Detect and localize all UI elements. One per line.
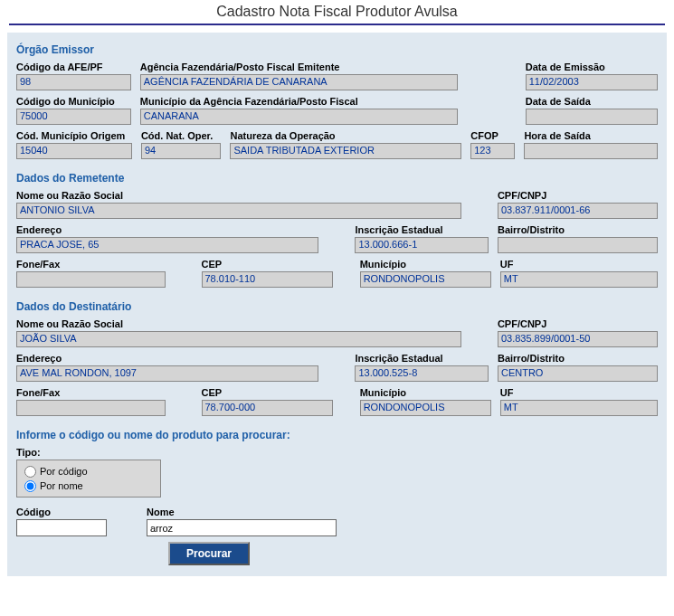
remetente-bairro-value (498, 237, 658, 253)
remetente-inscricao-label: Inscrição Estadual (355, 224, 489, 235)
remetente-endereco-label: Endereço (16, 224, 318, 235)
destinatario-bairro-label: Bairro/Distrito (498, 353, 658, 364)
data-saida-value (526, 109, 658, 125)
cfop-label: CFOP (470, 130, 515, 141)
radio-por-codigo-label: Por código (40, 466, 88, 477)
cod-nat-oper-value: 94 (141, 143, 222, 159)
hora-saida-label: Hora de Saída (524, 130, 658, 141)
search-nome-label: Nome (147, 507, 364, 517)
tipo-group: Por código Por nome (16, 460, 161, 498)
agencia-emitente-value: AGÊNCIA FAZENDÁRIA DE CANARANA (140, 74, 458, 90)
remetente-municipio-value: RONDONOPOLIS (360, 271, 491, 288)
natureza-operacao-label: Natureza da Operação (230, 130, 461, 141)
destinatario-uf-value: MT (500, 400, 658, 416)
radio-por-codigo[interactable] (24, 466, 36, 478)
tipo-label: Tipo: (16, 447, 658, 458)
data-emissao-label: Data de Emissão (526, 62, 658, 72)
remetente-uf-value: MT (500, 271, 658, 288)
search-codigo-input[interactable] (16, 519, 107, 536)
search-codigo-label: Código (16, 507, 125, 517)
destinatario-nome-value: JOÃO SILVA (16, 331, 461, 347)
remetente-cpf-cnpj-label: CPF/CNPJ (498, 190, 658, 201)
cod-municipio-origem-label: Cód. Município Origem (16, 130, 132, 141)
destinatario-cpf-cnpj-value: 03.835.899/0001-50 (498, 331, 658, 347)
destinatario-municipio-label: Município (360, 387, 491, 398)
remetente-bairro-label: Bairro/Distrito (498, 224, 658, 235)
destinatario-inscricao-label: Inscrição Estadual (355, 353, 489, 364)
remetente-inscricao-value: 13.000.666-1 (355, 237, 489, 253)
destinatario-uf-label: UF (500, 387, 658, 398)
remetente-fone-label: Fone/Fax (16, 259, 166, 270)
data-emissao-value: 11/02/2003 (526, 74, 658, 90)
search-nome-input[interactable] (147, 519, 337, 536)
destinatario-endereco-label: Endereço (16, 353, 318, 364)
page-title: Cadastro Nota Fiscal Produtor Avulsa (9, 0, 665, 25)
codigo-afe-label: Código da AFE/PF (16, 62, 131, 72)
destinatario-cep-label: CEP (202, 387, 333, 398)
radio-por-nome-label: Por nome (40, 480, 83, 491)
remetente-uf-label: UF (500, 259, 658, 270)
cod-municipio-origem-value: 15040 (16, 143, 132, 159)
radio-por-nome[interactable] (24, 480, 36, 492)
procurar-button[interactable]: Procurar (168, 542, 250, 565)
destinatario-cep-value: 78.700-000 (202, 400, 333, 416)
agencia-emitente-label: Agência Fazendária/Posto Fiscal Emitente (140, 62, 458, 72)
codigo-municipio-label: Código do Município (16, 96, 131, 107)
remetente-section-title: Dados do Remetente (16, 172, 658, 185)
remetente-nome-value: ANTONIO SILVA (16, 203, 461, 219)
municipio-agencia-label: Município da Agência Fazendária/Posto Fi… (140, 96, 458, 107)
codigo-afe-value: 98 (16, 74, 131, 90)
remetente-fone-value (16, 271, 166, 288)
destinatario-bairro-value: CENTRO (498, 365, 658, 382)
remetente-cep-value: 78.010-110 (202, 271, 333, 288)
destinatario-municipio-value: RONDONOPOLIS (360, 400, 491, 416)
codigo-municipio-value: 75000 (16, 109, 131, 125)
cod-nat-oper-label: Cód. Nat. Oper. (141, 130, 222, 141)
data-saida-label: Data de Saída (526, 96, 658, 107)
hora-saida-value (524, 143, 658, 159)
destinatario-fone-label: Fone/Fax (16, 387, 166, 398)
main-form: Órgão Emissor Código da AFE/PF 98 Agênci… (7, 33, 667, 576)
destinatario-endereco-value: AVE MAL RONDON, 1097 (16, 365, 318, 382)
destinatario-cpf-cnpj-label: CPF/CNPJ (498, 318, 658, 329)
destinatario-section-title: Dados do Destinatário (16, 300, 658, 313)
municipio-agencia-value: CANARANA (140, 109, 458, 125)
destinatario-nome-label: Nome ou Razão Social (16, 318, 461, 329)
destinatario-fone-value (16, 400, 166, 416)
remetente-endereco-value: PRACA JOSE, 65 (16, 237, 318, 253)
search-prompt: Informe o código ou nome do produto para… (16, 429, 658, 441)
remetente-municipio-label: Município (360, 259, 491, 270)
remetente-cpf-cnpj-value: 03.837.911/0001-66 (498, 203, 658, 219)
natureza-operacao-value: SAIDA TRIBUTADA EXTERIOR (230, 143, 461, 159)
cfop-value: 123 (470, 143, 515, 159)
remetente-nome-label: Nome ou Razão Social (16, 190, 461, 201)
destinatario-inscricao-value: 13.000.525-8 (355, 365, 489, 382)
emissor-section-title: Órgão Emissor (16, 43, 658, 56)
remetente-cep-label: CEP (202, 259, 333, 270)
